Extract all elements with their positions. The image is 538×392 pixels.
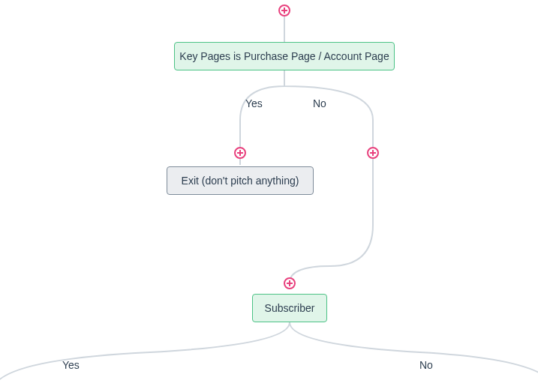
- exit-node-label: Exit (don't pitch anything): [182, 175, 299, 187]
- condition-subscriber-label: Subscriber: [265, 302, 315, 314]
- add-node-button-middle[interactable]: [284, 277, 296, 289]
- branch-label-yes-2: Yes: [62, 359, 80, 371]
- condition-key-pages-node[interactable]: Key Pages is Purchase Page / Account Pag…: [174, 42, 395, 70]
- add-node-button-right[interactable]: [367, 147, 379, 159]
- exit-node[interactable]: Exit (don't pitch anything): [167, 166, 314, 195]
- branch-label-no-2: No: [419, 359, 433, 371]
- condition-key-pages-label: Key Pages is Purchase Page / Account Pag…: [179, 50, 389, 62]
- branch-label-yes-1: Yes: [245, 97, 263, 109]
- condition-subscriber-node[interactable]: Subscriber: [252, 294, 327, 322]
- add-node-button-left[interactable]: [234, 147, 246, 159]
- flowchart-canvas[interactable]: Key Pages is Purchase Page / Account Pag…: [0, 0, 538, 392]
- add-node-button-top[interactable]: [278, 4, 290, 16]
- branch-label-no-1: No: [313, 97, 326, 109]
